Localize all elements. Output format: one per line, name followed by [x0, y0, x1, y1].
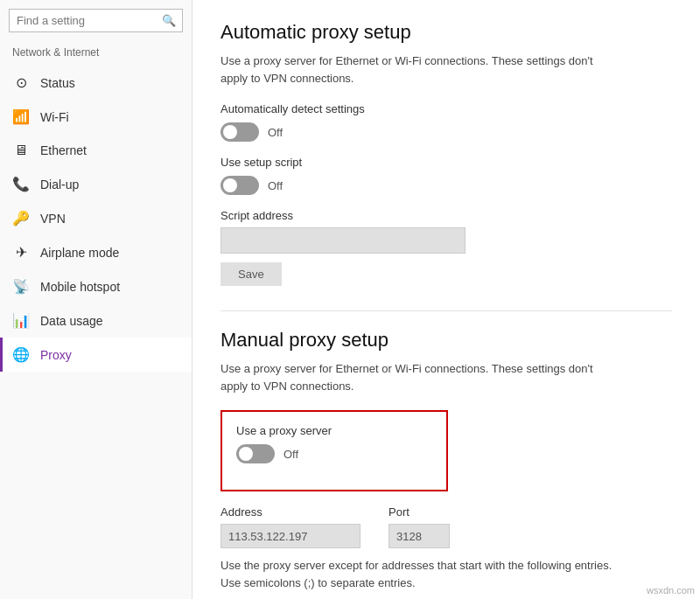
sidebar-item-wifi[interactable]: 📶Wi-Fi: [0, 100, 192, 134]
sidebar-item-vpn[interactable]: 🔑VPN: [0, 201, 192, 235]
sidebar: 🔍 Network & Internet ⊙Status📶Wi-Fi🖥Ether…: [0, 0, 192, 599]
sidebar-item-hotspot[interactable]: 📡Mobile hotspot: [0, 269, 192, 303]
use-proxy-box: Use a proxy server Off: [220, 410, 448, 491]
port-label: Port: [388, 505, 450, 519]
data-usage-icon: 📊: [12, 312, 30, 329]
sidebar-item-label-wifi: Wi-Fi: [40, 110, 69, 124]
manual-proxy-section: Manual proxy setup Use a proxy server fo…: [220, 329, 672, 591]
auto-section-title: Automatic proxy setup: [220, 21, 672, 44]
auto-detect-status: Off: [268, 126, 283, 139]
sidebar-item-label-vpn: VPN: [40, 212, 66, 226]
sidebar-item-label-dialup: Dial-up: [40, 178, 79, 192]
setup-script-toggle[interactable]: [220, 176, 259, 195]
sidebar-item-label-proxy: Proxy: [40, 348, 72, 362]
nav-section-label: Network & Internet: [0, 43, 192, 66]
address-input[interactable]: [220, 524, 360, 548]
proxy-icon: 🌐: [12, 346, 30, 363]
auto-detect-toggle[interactable]: [220, 122, 259, 142]
bottom-note: Use the proxy server except for addresse…: [220, 557, 623, 591]
search-input[interactable]: [9, 9, 183, 32]
sidebar-item-label-airplane: Airplane mode: [40, 246, 119, 260]
sidebar-item-proxy[interactable]: 🌐Proxy: [0, 338, 192, 372]
manual-section-title: Manual proxy setup: [220, 329, 672, 352]
address-col: Address: [220, 505, 360, 548]
auto-detect-label: Automatically detect settings: [220, 102, 672, 115]
dialup-icon: 📞: [12, 176, 30, 192]
use-proxy-status: Off: [284, 448, 298, 461]
watermark: wsxdn.com: [647, 585, 695, 596]
hotspot-icon: 📡: [12, 278, 30, 295]
status-icon: ⊙: [12, 74, 30, 91]
use-proxy-label: Use a proxy server: [236, 424, 432, 437]
use-proxy-toggle-row: Off: [236, 444, 432, 463]
port-col: Port: [388, 505, 450, 548]
save-button[interactable]: Save: [220, 262, 282, 286]
setup-script-toggle-row: Off: [220, 176, 672, 195]
sidebar-item-data-usage[interactable]: 📊Data usage: [0, 303, 192, 338]
auto-proxy-section: Automatic proxy setup Use a proxy server…: [220, 21, 672, 307]
sidebar-item-status[interactable]: ⊙Status: [0, 66, 192, 100]
sidebar-item-dialup[interactable]: 📞Dial-up: [0, 167, 192, 201]
use-proxy-toggle[interactable]: [236, 444, 275, 463]
script-address-input[interactable]: [220, 227, 466, 254]
wifi-icon: 📶: [12, 108, 30, 125]
setup-script-status: Off: [268, 179, 283, 192]
airplane-icon: ✈: [12, 244, 30, 261]
search-icon: 🔍: [162, 14, 176, 27]
sidebar-item-label-ethernet: Ethernet: [40, 143, 87, 157]
port-input[interactable]: [388, 524, 450, 548]
search-box-container: 🔍: [9, 9, 183, 32]
address-label: Address: [220, 505, 360, 519]
auto-detect-toggle-row: Off: [220, 122, 672, 142]
content-area: Automatic proxy setup Use a proxy server…: [192, 0, 700, 599]
sidebar-item-airplane[interactable]: ✈Airplane mode: [0, 235, 192, 269]
address-port-row: Address Port: [220, 505, 672, 548]
sidebar-item-label-data-usage: Data usage: [40, 314, 103, 328]
nav-items-container: ⊙Status📶Wi-Fi🖥Ethernet📞Dial-up🔑VPN✈Airpl…: [0, 66, 192, 372]
setup-script-label: Use setup script: [220, 156, 672, 169]
section-divider: [220, 310, 672, 311]
main-layout: 🔍 Network & Internet ⊙Status📶Wi-Fi🖥Ether…: [0, 0, 700, 599]
vpn-icon: 🔑: [12, 210, 30, 226]
manual-section-desc: Use a proxy server for Ethernet or Wi-Fi…: [220, 360, 623, 394]
auto-section-desc: Use a proxy server for Ethernet or Wi-Fi…: [220, 52, 623, 87]
script-address-label: Script address: [220, 209, 672, 222]
sidebar-item-label-hotspot: Mobile hotspot: [40, 280, 120, 294]
sidebar-item-label-status: Status: [40, 76, 75, 90]
ethernet-icon: 🖥: [12, 143, 30, 158]
sidebar-item-ethernet[interactable]: 🖥Ethernet: [0, 134, 192, 167]
